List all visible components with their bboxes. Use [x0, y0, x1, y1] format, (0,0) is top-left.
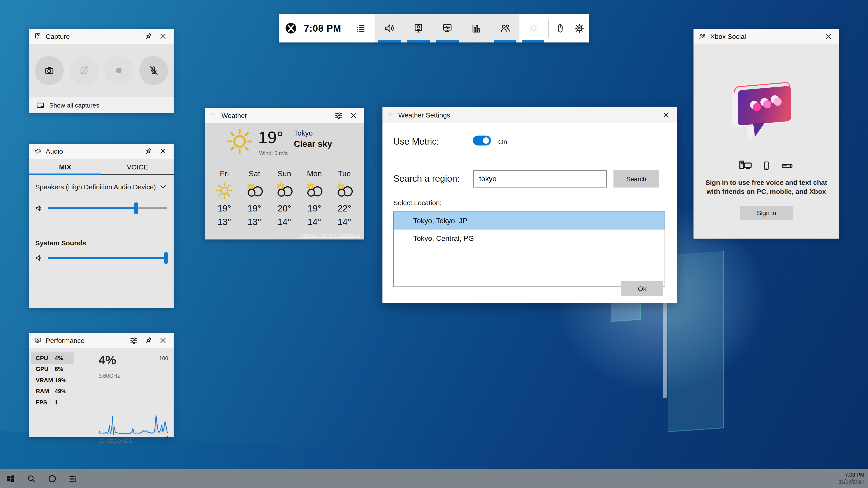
close-button[interactable]	[156, 29, 170, 44]
search-icon	[26, 474, 36, 483]
microphone-toggle-button[interactable]	[139, 56, 168, 85]
screenshot-button[interactable]	[35, 56, 64, 85]
people-icon	[499, 23, 510, 34]
select-location-label: Select Location:	[393, 199, 442, 206]
search-button[interactable]	[21, 469, 41, 488]
active-widget-indicator	[522, 40, 544, 42]
close-button[interactable]	[821, 29, 835, 44]
toggle-state-label: On	[498, 138, 507, 145]
taskbar-clock[interactable]: 7:08 PM 11/13/2020	[839, 472, 864, 485]
start-recording-button[interactable]	[104, 56, 133, 85]
pin-button[interactable]	[141, 333, 156, 348]
tab-mix[interactable]: MIX	[29, 159, 101, 175]
close-icon	[158, 336, 167, 345]
audio-device-label: Speakers (High Definition Audio Device)	[35, 183, 156, 191]
close-button[interactable]	[156, 333, 170, 348]
bar-chart-icon	[471, 23, 482, 34]
toolbar-settings-button[interactable]	[569, 14, 589, 42]
metric-row-gpu[interactable]: GPU 6%	[29, 363, 92, 375]
close-button[interactable]	[346, 108, 360, 123]
speakers-volume-thumb[interactable]	[134, 202, 138, 214]
system-sounds-slider[interactable]	[48, 252, 167, 264]
xbox-console-icon	[780, 160, 794, 172]
current-wind: Wind: 5 m/s	[259, 150, 288, 156]
task-view-icon	[68, 474, 78, 483]
metric-row-vram[interactable]: VRAM 19%	[29, 375, 92, 386]
forecast-row: Fri 19° 13° Sat 19°	[209, 169, 360, 227]
weather-city: Tokyo	[294, 129, 313, 137]
show-all-captures-button[interactable]: Show all captures	[29, 97, 174, 113]
cpu-frequency: 3.60GHz	[98, 373, 120, 379]
record-dot-icon	[113, 65, 125, 76]
toolbar-performance-button[interactable]	[433, 14, 462, 42]
capture-widget-title: Capture	[46, 33, 70, 40]
chart-y-max: 100	[159, 355, 168, 361]
speaker-icon	[35, 204, 43, 213]
search-button[interactable]: Search	[614, 170, 659, 188]
use-metric-toggle[interactable]	[473, 135, 491, 145]
active-widget-indicator	[436, 40, 459, 42]
system-sounds-label: System Sounds	[35, 239, 167, 247]
weather-icon	[210, 111, 217, 119]
active-tab-indicator	[29, 173, 101, 175]
close-icon	[158, 147, 167, 156]
performance-options-button[interactable]	[127, 333, 141, 348]
forecast-day: Sat 19° 13°	[239, 169, 270, 227]
performance-icon	[442, 23, 453, 34]
taskbar-time: 7:08 PM	[839, 472, 864, 479]
toolbar-social-button[interactable]	[491, 14, 520, 42]
cortana-button[interactable]	[41, 469, 62, 488]
metric-row-cpu[interactable]: CPU 4%	[31, 352, 74, 363]
widget-menu-button[interactable]	[354, 14, 368, 42]
location-option[interactable]: Tokyo, Central, PG	[394, 230, 664, 247]
partly-cloudy-icon	[274, 181, 294, 201]
sun-icon	[225, 127, 254, 156]
toolbar-audio-button[interactable]	[375, 14, 404, 42]
speaker-icon	[35, 254, 43, 262]
system-sounds-thumb[interactable]	[164, 252, 168, 264]
speakers-volume-slider[interactable]	[48, 202, 167, 214]
mouse-icon	[555, 23, 565, 34]
capture-widget: Capture	[29, 29, 174, 113]
region-search-input[interactable]	[473, 170, 607, 188]
xbox-social-title: Xbox Social	[710, 33, 746, 40]
toolbar-resources-button[interactable]	[462, 14, 491, 42]
toolbar-weather-button[interactable]	[520, 14, 547, 42]
weather-settings-button[interactable]	[331, 108, 346, 123]
close-icon	[824, 32, 833, 41]
pin-button[interactable]	[141, 144, 156, 159]
audio-device-selector[interactable]: Speakers (High Definition Audio Device)	[35, 183, 167, 191]
weather-settings-dialog: Weather Settings Use Metric: On Search a…	[382, 107, 677, 303]
sliders-icon	[334, 111, 343, 120]
ok-button[interactable]: Ok	[621, 281, 663, 296]
search-region-label: Search a region:	[393, 173, 460, 184]
tab-voice[interactable]: VOICE	[101, 159, 174, 175]
performance-widget: Performance CPU 4%	[29, 333, 174, 437]
location-option-selected[interactable]: Tokyo, Tokyo, JP	[394, 212, 664, 230]
toolbar-capture-button[interactable]	[404, 14, 433, 42]
metric-row-ram[interactable]: RAM 49%	[29, 386, 92, 397]
weather-condition: Clear sky	[294, 139, 332, 149]
close-icon	[158, 32, 167, 41]
cpu-usage-chart	[98, 414, 168, 436]
capture-icon	[34, 33, 41, 40]
active-widget-indicator	[407, 40, 430, 42]
toolbar-mouse-button[interactable]	[551, 14, 569, 42]
start-button[interactable]	[0, 469, 21, 488]
current-temperature: 19°	[258, 128, 283, 147]
people-icon	[699, 33, 706, 40]
sunny-icon	[215, 181, 234, 201]
taskbar-date: 11/13/2020	[839, 479, 864, 485]
partly-cloudy-icon	[305, 181, 324, 201]
pin-icon	[144, 32, 153, 41]
close-button[interactable]	[659, 107, 673, 122]
weather-attribution-link[interactable]: Powered by Weatherbit.io	[298, 232, 360, 238]
gear-icon	[574, 23, 585, 34]
location-listbox: Tokyo, Tokyo, JP Tokyo, Central, PG	[393, 212, 665, 287]
sign-in-button[interactable]: Sign in	[740, 206, 793, 220]
metric-row-fps[interactable]: FPS 1	[29, 397, 92, 408]
task-view-button[interactable]	[62, 469, 83, 488]
record-last-button[interactable]	[69, 56, 98, 85]
pin-button[interactable]	[141, 29, 156, 44]
close-button[interactable]	[156, 144, 170, 159]
